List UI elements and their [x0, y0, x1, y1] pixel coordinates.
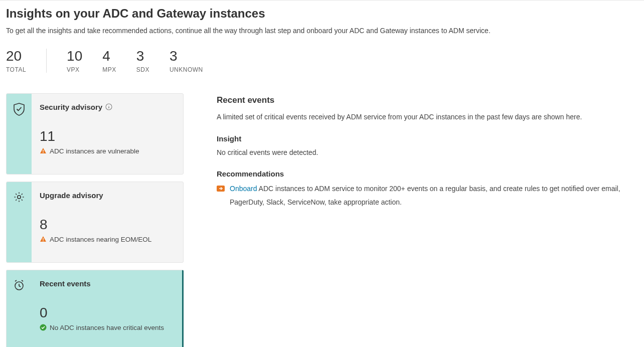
card-icon-col — [7, 270, 32, 347]
card-status-text: ADC instances nearing EOM/EOL — [50, 236, 151, 243]
card-body: Recent events 0 No ADC instances have cr… — [32, 270, 182, 347]
card-value: 8 — [40, 218, 175, 232]
stats-row: 20 TOTAL 10 VPX 4 MPX 3 SDX 3 UNKNOWN — [6, 49, 638, 73]
recommendation-suffix: ADC instances to ADM service to monitor … — [230, 185, 620, 206]
stat-label: MPX — [102, 66, 116, 73]
stat-mpx: 4 MPX — [102, 49, 116, 73]
onboard-link[interactable]: Onboard — [230, 185, 257, 193]
info-icon[interactable] — [105, 103, 112, 110]
detail-column: Recent events A limited set of critical … — [217, 93, 638, 209]
stat-label: UNKNOWN — [170, 66, 203, 73]
card-recent-events[interactable]: Recent events 0 No ADC instances have cr… — [6, 270, 184, 347]
warning-icon — [40, 236, 47, 243]
stat-value: 4 — [102, 49, 116, 64]
detail-description: A limited set of critical events receive… — [217, 111, 638, 123]
card-body: Security advisory 11 — [32, 94, 183, 174]
card-status-text: No ADC instances have critical events — [50, 324, 164, 331]
stat-label: TOTAL — [6, 66, 26, 73]
stat-value: 10 — [67, 49, 82, 64]
card-value: 0 — [40, 306, 174, 320]
stat-vpx: 10 VPX — [67, 49, 82, 73]
card-value: 11 — [40, 129, 175, 143]
card-title: Security advisory — [40, 103, 102, 111]
stat-label: VPX — [67, 66, 82, 73]
stat-value: 3 — [170, 49, 203, 64]
svg-point-9 — [40, 324, 47, 331]
stat-sdx: 3 SDX — [136, 49, 149, 73]
detail-heading: Recent events — [217, 95, 638, 105]
stat-unknown: 3 UNKNOWN — [170, 49, 203, 73]
card-icon-col — [7, 94, 32, 174]
page-subtitle: To get all the insights and take recomme… — [6, 27, 638, 35]
onboard-icon — [217, 185, 225, 193]
page-title: Insights on your ADC and Gateway instanc… — [6, 7, 638, 21]
cards-column: Security advisory 11 — [6, 93, 184, 347]
card-security-advisory[interactable]: Security advisory 11 — [6, 93, 184, 175]
stat-divider — [46, 49, 47, 73]
gear-icon — [13, 191, 25, 203]
card-title: Recent events — [40, 279, 91, 288]
recommendation-text: Onboard ADC instances to ADM service to … — [230, 182, 638, 209]
recommendation-row: Onboard ADC instances to ADM service to … — [217, 182, 638, 209]
svg-point-5 — [18, 196, 21, 199]
card-body: Upgrade advisory 8 ADC instances nearing… — [32, 182, 183, 262]
stat-value: 3 — [136, 49, 149, 64]
card-status-text: ADC instances are vulnerable — [50, 147, 139, 155]
recommendations-heading: Recommendations — [217, 169, 638, 178]
insight-heading: Insight — [217, 134, 638, 143]
svg-point-7 — [43, 241, 44, 242]
insight-text: No critical events were detected. — [217, 147, 638, 159]
shield-check-icon — [13, 103, 25, 116]
stat-label: SDX — [136, 66, 149, 73]
card-upgrade-advisory[interactable]: Upgrade advisory 8 ADC instances nearing… — [6, 182, 184, 263]
stat-total: 20 TOTAL — [6, 49, 26, 73]
svg-point-4 — [43, 152, 44, 153]
warning-icon — [40, 147, 47, 154]
card-icon-col — [7, 182, 32, 262]
alarm-clock-icon — [13, 279, 25, 291]
check-circle-icon — [40, 324, 47, 331]
stat-value: 20 — [6, 49, 26, 64]
card-title: Upgrade advisory — [40, 191, 103, 200]
content-row: Security advisory 11 — [6, 93, 638, 347]
